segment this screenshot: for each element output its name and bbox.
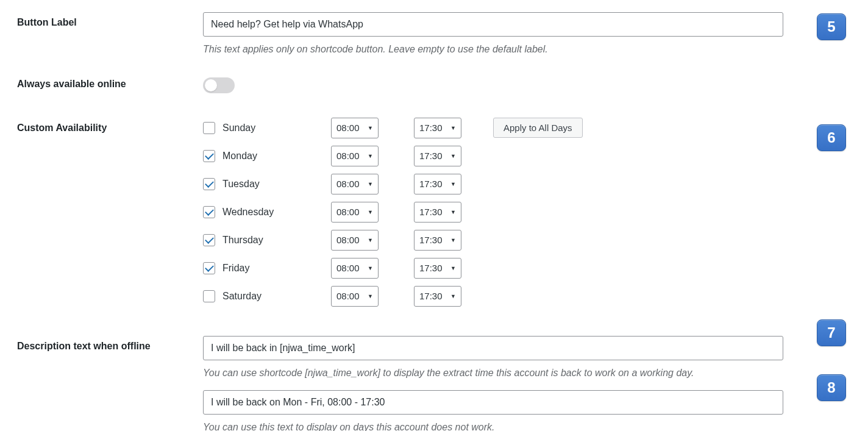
- checkbox-thursday[interactable]: [203, 234, 215, 246]
- help-offline-nonworking: You can use this text to display on days…: [203, 421, 851, 431]
- checkbox-saturday[interactable]: [203, 290, 215, 302]
- input-button-label[interactable]: [203, 12, 783, 37]
- start-time-wednesday[interactable]: 08:00▼: [331, 202, 379, 223]
- end-time-friday[interactable]: 17:30▼: [414, 258, 461, 279]
- start-time-value: 08:00: [336, 179, 360, 189]
- chevron-down-icon: ▼: [450, 153, 456, 159]
- chevron-down-icon: ▼: [450, 125, 456, 131]
- start-time-friday[interactable]: 08:00▼: [331, 258, 379, 279]
- start-time-value: 08:00: [336, 263, 360, 273]
- chevron-down-icon: ▼: [368, 153, 373, 159]
- label-always-available: Always available online: [17, 74, 203, 90]
- checkbox-sunday[interactable]: [203, 122, 215, 134]
- day-label-tuesday: Tuesday: [222, 179, 331, 190]
- day-label-sunday: Sunday: [222, 123, 331, 134]
- day-label-friday: Friday: [222, 263, 331, 274]
- toggle-knob: [205, 79, 217, 91]
- end-time-value: 17:30: [419, 207, 443, 217]
- start-time-monday[interactable]: 08:00▼: [331, 146, 379, 166]
- chevron-down-icon: ▼: [450, 237, 456, 243]
- checkbox-monday[interactable]: [203, 150, 215, 162]
- input-offline-nonworking[interactable]: [203, 390, 783, 415]
- row-offline-desc: Description text when offline You can us…: [17, 336, 851, 431]
- end-time-value: 17:30: [419, 291, 443, 301]
- day-label-saturday: Saturday: [222, 291, 331, 302]
- day-row-wednesday: Wednesday08:00▼17:30▼: [203, 202, 851, 223]
- day-row-friday: Friday08:00▼17:30▼: [203, 258, 851, 279]
- end-time-value: 17:30: [419, 151, 443, 161]
- chevron-down-icon: ▼: [368, 209, 373, 215]
- start-time-tuesday[interactable]: 08:00▼: [331, 174, 379, 194]
- start-time-value: 08:00: [336, 207, 360, 217]
- start-time-value: 08:00: [336, 235, 360, 245]
- callout-6: 6: [817, 124, 846, 151]
- end-time-value: 17:30: [419, 263, 443, 273]
- day-label-monday: Monday: [222, 151, 331, 162]
- chevron-down-icon: ▼: [450, 293, 456, 299]
- callout-5: 5: [817, 13, 846, 40]
- checkbox-wednesday[interactable]: [203, 206, 215, 218]
- day-label-thursday: Thursday: [222, 235, 331, 246]
- apply-to-all-button[interactable]: Apply to All Days: [493, 118, 583, 138]
- end-time-value: 17:30: [419, 123, 443, 133]
- checkbox-tuesday[interactable]: [203, 178, 215, 190]
- end-time-tuesday[interactable]: 17:30▼: [414, 174, 461, 194]
- end-time-sunday[interactable]: 17:30▼: [414, 118, 461, 138]
- callout-7: 7: [817, 319, 846, 346]
- label-button-label: Button Label: [17, 12, 203, 28]
- end-time-value: 17:30: [419, 235, 443, 245]
- start-time-saturday[interactable]: 08:00▼: [331, 286, 379, 307]
- start-time-thursday[interactable]: 08:00▼: [331, 230, 379, 251]
- chevron-down-icon: ▼: [450, 265, 456, 271]
- day-row-thursday: Thursday08:00▼17:30▼: [203, 230, 851, 251]
- chevron-down-icon: ▼: [368, 237, 373, 243]
- chevron-down-icon: ▼: [368, 181, 373, 187]
- day-row-tuesday: Tuesday08:00▼17:30▼: [203, 174, 851, 194]
- day-row-monday: Monday08:00▼17:30▼: [203, 146, 851, 166]
- chevron-down-icon: ▼: [368, 125, 373, 131]
- start-time-value: 08:00: [336, 123, 360, 133]
- chevron-down-icon: ▼: [368, 265, 373, 271]
- help-button-label: This text applies only on shortcode butt…: [203, 43, 851, 56]
- label-custom-availability: Custom Availability: [17, 118, 203, 134]
- chevron-down-icon: ▼: [450, 209, 456, 215]
- end-time-monday[interactable]: 17:30▼: [414, 146, 461, 166]
- chevron-down-icon: ▼: [450, 181, 456, 187]
- end-time-saturday[interactable]: 17:30▼: [414, 286, 461, 307]
- chevron-down-icon: ▼: [368, 293, 373, 299]
- end-time-thursday[interactable]: 17:30▼: [414, 230, 461, 251]
- end-time-wednesday[interactable]: 17:30▼: [414, 202, 461, 223]
- end-time-value: 17:30: [419, 179, 443, 189]
- start-time-value: 08:00: [336, 151, 360, 161]
- day-label-wednesday: Wednesday: [222, 207, 331, 218]
- day-row-saturday: Saturday08:00▼17:30▼: [203, 286, 851, 307]
- start-time-sunday[interactable]: 08:00▼: [331, 118, 379, 138]
- day-row-sunday: Sunday08:00▼17:30▼Apply to All Days: [203, 118, 851, 138]
- label-offline-desc: Description text when offline: [17, 336, 203, 352]
- row-button-label: Button Label This text applies only on s…: [17, 12, 851, 57]
- row-custom-availability: Custom Availability Sunday08:00▼17:30▼Ap…: [17, 118, 851, 314]
- toggle-always-available[interactable]: [203, 77, 235, 93]
- start-time-value: 08:00: [336, 291, 360, 301]
- help-offline-workingday: You can use shortcode [njwa_time_work] t…: [203, 366, 851, 380]
- input-offline-workingday[interactable]: [203, 336, 783, 360]
- callout-8: 8: [817, 374, 846, 401]
- checkbox-friday[interactable]: [203, 262, 215, 274]
- row-always-available: Always available online: [17, 74, 851, 93]
